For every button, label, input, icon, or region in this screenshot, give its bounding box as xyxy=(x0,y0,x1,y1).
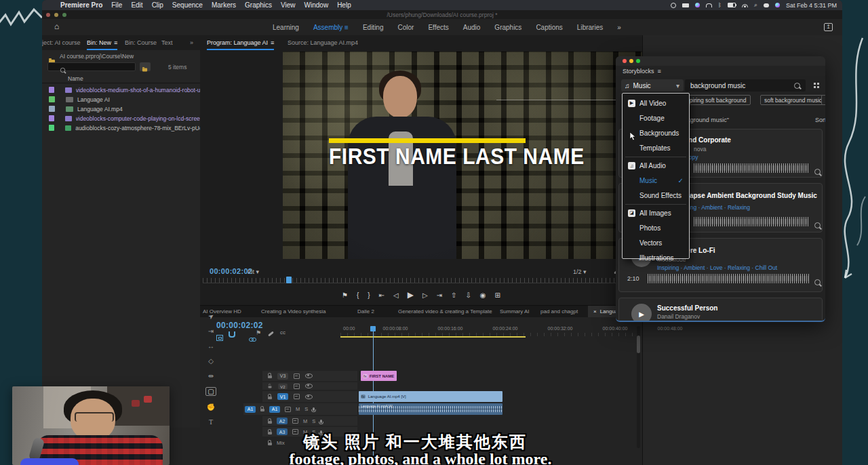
track-header-a2[interactable]: A2 M S xyxy=(262,416,357,426)
lock-icon[interactable] xyxy=(268,421,272,424)
menubar-clock[interactable]: Sat Feb 4 5:31 PM xyxy=(786,2,837,9)
sort-dropdown[interactable]: Sort xyxy=(815,117,825,123)
menu-clip[interactable]: Clip xyxy=(152,1,163,9)
keyboard-icon[interactable] xyxy=(682,3,689,7)
track-visibility-icon[interactable] xyxy=(305,373,313,378)
waveform[interactable] xyxy=(648,274,809,283)
go-to-in-icon[interactable]: ⇤ xyxy=(379,291,384,299)
export-frame-icon[interactable]: ◉ xyxy=(480,291,486,299)
workspace-tab-audio[interactable]: Audio xyxy=(463,24,481,31)
app-menu[interactable]: Premiere Pro xyxy=(60,1,102,9)
menu-item-templates[interactable]: Templates xyxy=(623,140,689,155)
status-orb-icon[interactable] xyxy=(695,3,700,7)
control-center-icon[interactable] xyxy=(764,3,769,7)
ripple-edit-tool-icon[interactable]: ↔ xyxy=(208,342,214,350)
scrollbar-thumb[interactable] xyxy=(637,336,640,353)
sync-lock-icon[interactable] xyxy=(294,394,300,399)
sequence-tab[interactable]: Creating a Video synthesia xyxy=(261,306,326,317)
razor-tool-icon[interactable]: ◇ xyxy=(208,357,214,365)
voiceover-mic-icon[interactable] xyxy=(313,407,315,411)
play-button[interactable]: ▶ xyxy=(631,304,652,322)
menu-item-music[interactable]: Music✓ xyxy=(623,173,689,188)
close-tab-icon[interactable]: × xyxy=(593,308,597,315)
result-tags[interactable]: Inspiring · Ambient · Love · Relaxing · … xyxy=(657,264,777,271)
hand-tool-icon[interactable]: ✊ xyxy=(207,403,215,411)
sequence-tab[interactable]: Summary AI xyxy=(500,306,530,317)
sync-lock-icon[interactable] xyxy=(294,384,300,389)
menu-item-footage[interactable]: Footage xyxy=(623,110,689,125)
suggestion-chip[interactable]: ambient xyxy=(821,95,825,105)
mute-button[interactable]: M xyxy=(296,406,300,412)
label-color-chip[interactable] xyxy=(49,87,54,93)
workspace-overflow-icon[interactable]: » xyxy=(617,24,621,31)
menu-item-all-video[interactable]: ▶All Video xyxy=(623,96,689,110)
track-header-v3[interactable]: V3 xyxy=(262,371,357,381)
timeline-ruler[interactable]: 00:00 00:00:08:00 00:00:16:00 00:00:24:0… xyxy=(340,325,642,337)
workspace-tab-editing[interactable]: Editing xyxy=(363,24,384,31)
headphones-icon[interactable] xyxy=(706,3,712,7)
menu-window[interactable]: Window xyxy=(304,1,329,9)
siri-icon[interactable] xyxy=(775,3,780,7)
tab-program-monitor[interactable]: Program: Language AI ≡ xyxy=(207,35,274,50)
project-tab-overflow-icon[interactable]: » xyxy=(190,35,193,50)
snap-icon[interactable] xyxy=(229,331,235,338)
project-row-sequence[interactable]: Language AI xyxy=(42,95,200,104)
workspace-tab-learning[interactable]: Learning xyxy=(273,24,299,31)
solo-button[interactable]: S xyxy=(304,406,308,412)
close-window-button[interactable] xyxy=(623,59,627,63)
menu-view[interactable]: View xyxy=(281,1,296,9)
add-marker-icon[interactable]: ⚑ xyxy=(342,291,348,299)
tab-text[interactable]: Text xyxy=(161,35,173,50)
track-badge-v3[interactable]: V3 xyxy=(277,373,288,380)
step-forward-icon[interactable]: ▷ xyxy=(422,291,428,299)
menu-item-all-images[interactable]: ◪All Images xyxy=(623,205,689,220)
workspace-tab-libraries[interactable]: Libraries xyxy=(577,24,603,31)
selection-tool-icon[interactable]: ➤ xyxy=(206,312,215,321)
timeline-marker-icon[interactable]: ⚑ xyxy=(256,329,261,336)
button-editor-icon[interactable]: ⊞ xyxy=(495,291,500,299)
name-column-header[interactable]: Name xyxy=(68,75,83,82)
timeline-settings-icon[interactable] xyxy=(268,331,274,336)
linked-selection-icon[interactable] xyxy=(249,338,256,342)
menu-item-vectors[interactable]: Vectors xyxy=(623,235,689,250)
mark-in-icon[interactable]: { xyxy=(357,291,359,299)
lift-icon[interactable]: ⇧ xyxy=(451,291,456,299)
project-row-audio[interactable]: audioblocks-cozy-atmosphere-78-mix_BErLv… xyxy=(42,123,200,132)
menu-file[interactable]: File xyxy=(111,1,122,9)
menu-edit[interactable]: Edit xyxy=(131,1,142,9)
track-badge-a2[interactable]: A2 xyxy=(277,418,288,424)
tab-project[interactable]: Project: AI course xyxy=(42,35,84,50)
sequence-tab[interactable]: Generated video & creating a Template xyxy=(398,306,492,317)
menu-help[interactable]: Help xyxy=(337,1,351,9)
workspace-tab-graphics[interactable]: Graphics xyxy=(494,24,521,31)
track-badge-a1[interactable]: A1 xyxy=(269,406,280,413)
menu-item-photos[interactable]: Photos xyxy=(623,220,689,235)
find-similar-icon[interactable] xyxy=(814,169,821,175)
menu-graphics[interactable]: Graphics xyxy=(245,1,272,9)
screen-record-icon[interactable] xyxy=(671,3,676,8)
captions-toggle-icon[interactable]: cc xyxy=(280,329,285,336)
project-row-media[interactable]: Language AI.mp4 xyxy=(42,104,200,113)
result-title[interactable]: Successful Person xyxy=(657,304,717,312)
label-color-chip[interactable] xyxy=(49,106,55,112)
tab-bin-new[interactable]: Bin: New ≡ xyxy=(87,35,117,50)
solo-button[interactable]: S xyxy=(312,418,315,424)
result-title[interactable]: Timelapse Ambient Background Study Music xyxy=(672,192,817,199)
waveform[interactable] xyxy=(694,217,809,226)
voiceover-mic-icon[interactable] xyxy=(320,420,322,423)
source-patch-a1[interactable]: A1 xyxy=(245,406,256,413)
minimize-window-button[interactable] xyxy=(629,59,633,63)
lock-icon[interactable] xyxy=(260,409,264,411)
menu-markers[interactable]: Markers xyxy=(212,1,236,9)
play-icon[interactable]: ▶ xyxy=(408,290,414,300)
track-visibility-icon[interactable] xyxy=(305,384,313,388)
track-header-v1[interactable]: V1 xyxy=(262,391,357,402)
audio-clip-language-ai[interactable]: Language AI.mp4 [A] xyxy=(359,403,502,415)
workspace-tab-captions[interactable]: Captions xyxy=(536,24,562,31)
program-playhead[interactable] xyxy=(286,277,292,283)
battery-icon[interactable] xyxy=(728,3,736,7)
project-row-video-1[interactable]: videoblocks-medium-shot-of-a-humanoid-ro… xyxy=(42,85,200,94)
menu-item-sound-effects[interactable]: Sound Effects xyxy=(623,188,689,203)
menu-sequence[interactable]: Sequence xyxy=(172,1,203,9)
sequence-tab[interactable]: pad and chagpt xyxy=(540,306,578,317)
